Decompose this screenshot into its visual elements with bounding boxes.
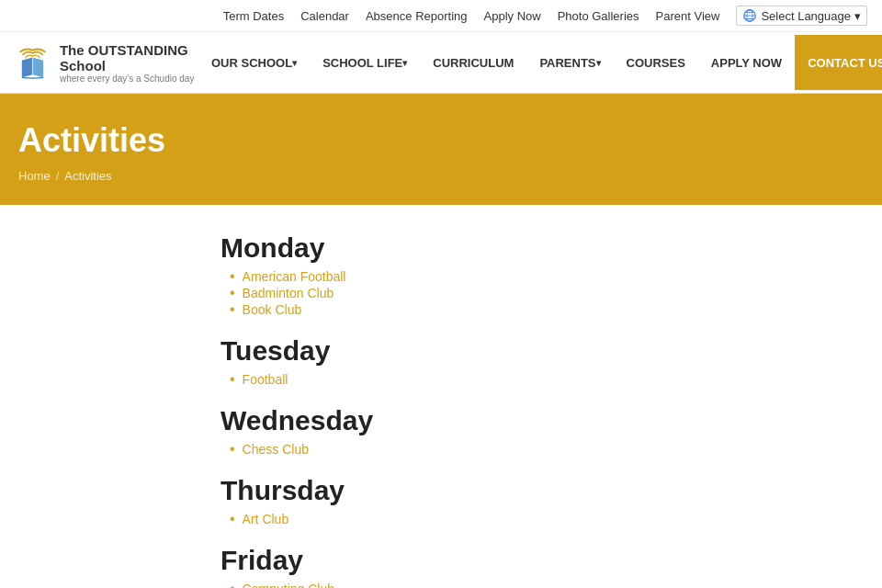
list-item: Badminton Club	[230, 286, 864, 300]
top-link-term-dates[interactable]: Term Dates	[223, 9, 284, 23]
activity-link[interactable]: Book Club	[243, 302, 302, 317]
top-link-galleries[interactable]: Photo Galleries	[558, 9, 639, 23]
day-section: ThursdayArt Club	[220, 475, 864, 526]
breadcrumb-current: Activities	[64, 169, 111, 183]
list-item: American Football	[230, 269, 864, 284]
day-section: MondayAmerican FootballBadminton ClubBoo…	[220, 232, 864, 317]
top-link-apply[interactable]: Apply Now	[484, 9, 541, 23]
day-title: Monday	[220, 232, 864, 264]
logo-icon	[15, 40, 51, 85]
hero-banner: Activities Home / Activities	[0, 94, 882, 205]
nav-curriculum[interactable]: CURRICULUM	[420, 35, 526, 90]
activity-list: Computing Club	[230, 582, 864, 588]
day-title: Thursday	[220, 475, 864, 506]
logo-title: The OUTSTANDING School	[60, 42, 198, 74]
list-item: Art Club	[230, 512, 864, 526]
breadcrumb-separator: /	[56, 169, 60, 183]
nav-contact-us[interactable]: CONTACT US	[795, 35, 882, 90]
main-nav: OUR SCHOOL SCHOOL LIFE CURRICULUM PARENT…	[198, 35, 882, 90]
activity-link[interactable]: American Football	[243, 269, 346, 284]
dropdown-arrow-icon: ▾	[854, 9, 861, 23]
breadcrumb: Home / Activities	[18, 169, 864, 183]
nav-parents[interactable]: PARENTS	[526, 35, 613, 90]
activity-link[interactable]: Chess Club	[243, 442, 309, 457]
day-section: FridayComputing Club	[220, 545, 864, 588]
top-bar: Term Dates Calendar Absence Reporting Ap…	[0, 0, 882, 32]
activity-list: Football	[230, 372, 864, 387]
nav-courses[interactable]: COURSES	[614, 35, 698, 90]
activity-link[interactable]: Badminton Club	[243, 286, 334, 300]
activity-link[interactable]: Art Club	[243, 512, 289, 526]
day-title: Tuesday	[220, 335, 864, 367]
nav-our-school[interactable]: OUR SCHOOL	[198, 35, 310, 90]
breadcrumb-home[interactable]: Home	[18, 169, 51, 183]
list-item: Football	[230, 372, 864, 387]
day-section: WednesdayChess Club	[220, 405, 864, 457]
activity-link[interactable]: Football	[243, 372, 288, 387]
logo-subtitle: where every day's a Schudio day	[60, 74, 198, 84]
list-item: Book Club	[230, 302, 864, 317]
header: The OUTSTANDING School where every day's…	[0, 32, 882, 94]
translate-icon	[742, 8, 757, 23]
list-item: Computing Club	[230, 582, 864, 588]
logo-area: The OUTSTANDING School where every day's…	[15, 32, 198, 93]
activities-content: MondayAmerican FootballBadminton ClubBoo…	[0, 205, 882, 588]
logo-text: The OUTSTANDING School where every day's…	[60, 42, 198, 84]
day-title: Wednesday	[220, 405, 864, 436]
activity-list: Art Club	[230, 512, 864, 526]
top-link-calendar[interactable]: Calendar	[300, 9, 349, 23]
list-item: Chess Club	[230, 442, 864, 457]
activity-list: American FootballBadminton ClubBook Club	[230, 269, 864, 317]
activity-link[interactable]: Computing Club	[243, 582, 334, 588]
top-link-parent[interactable]: Parent View	[656, 9, 720, 23]
day-title: Friday	[220, 545, 864, 576]
nav-school-life[interactable]: SCHOOL LIFE	[310, 35, 420, 90]
nav-apply-now[interactable]: APPLY NOW	[698, 35, 795, 90]
select-language-label: Select Language	[761, 9, 851, 23]
page-title: Activities	[18, 121, 864, 160]
activity-list: Chess Club	[230, 442, 864, 457]
day-section: TuesdayFootball	[220, 335, 864, 387]
select-language-button[interactable]: Select Language ▾	[736, 6, 867, 26]
top-link-absence[interactable]: Absence Reporting	[366, 9, 468, 23]
